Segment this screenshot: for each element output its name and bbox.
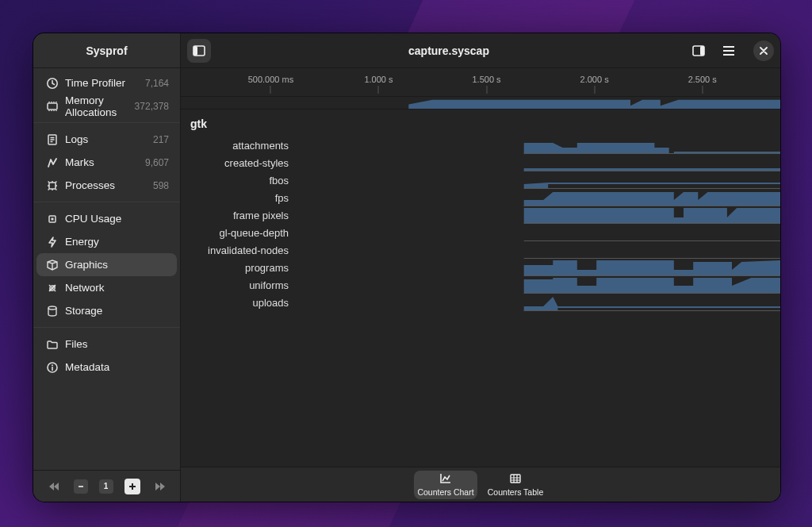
ruler-tick-mark [486,86,487,94]
memory-icon [44,100,60,113]
sidebar-item-label: Time Profiler [65,77,145,89]
counter-label: gl-queue-depth [181,227,297,239]
sidebar-item-cpu-usage[interactable]: CPU Usage [36,207,177,230]
counter-graph [297,189,780,206]
counter-row[interactable]: frame pixels [181,206,780,224]
sidebar-item-marks[interactable]: Marks9,607 [36,151,177,174]
sidebar-item-label: Memory Allocations [65,94,135,118]
svg-rect-14 [700,46,704,56]
sidebar-item-count: 7,164 [145,78,169,89]
counter-row[interactable]: uploads [181,294,780,311]
sidebar-item-memory-allocations[interactable]: Memory Allocations372,378 [36,94,177,117]
sidebar-item-energy[interactable]: Energy [36,230,177,253]
ruler-tick-label: 2.500 s [688,75,717,84]
sidebar-item-count: 9,607 [145,157,169,168]
view-counters-chart[interactable]: Counters Chart [414,471,477,499]
headerbar: capture.syscap [181,33,780,68]
sidebar-nav: Time Profiler7,164Memory Allocations372,… [33,68,180,470]
sidebar-item-files[interactable]: Files [36,333,177,356]
view-label: Counters Chart [417,487,473,497]
counter-graph [297,206,780,224]
sidebar-item-network[interactable]: Network [36,276,177,299]
sidebar-item-label: Graphics [65,259,169,271]
ruler-tick-label: 500.000 ms [248,75,293,84]
svg-rect-3 [49,183,56,189]
graphics-icon [44,259,60,271]
sidebar-item-label: Files [65,338,169,350]
svg-point-6 [48,306,56,310]
clock-icon [44,77,60,90]
counter-label: fbos [181,175,297,187]
svg-rect-28 [511,475,520,483]
secondary-panel-button[interactable] [687,39,710,63]
counter-graph [297,154,780,171]
sidebar-toolbar: 1 [33,470,180,502]
logs-icon [44,133,60,146]
counter-row[interactable]: programs [181,259,780,276]
counter-label: uploads [181,297,297,309]
counter-row[interactable]: attachments [181,137,780,154]
zoom-in-button[interactable] [124,479,140,494]
counter-graph [297,276,780,294]
sidebar-item-storage[interactable]: Storage [36,299,177,322]
network-icon [44,282,60,294]
ruler-tick-label: 1.000 s [364,75,393,84]
sidebar-item-label: Metadata [65,361,169,373]
chart-icon [439,472,452,487]
counter-graph [297,294,780,311]
zoom-out-button[interactable] [74,479,88,494]
view-switcher: Counters ChartCounters Table [181,467,780,502]
counter-label: frame pixels [181,210,297,221]
svg-rect-10 [79,486,83,487]
seek-back-fast-button[interactable] [47,479,63,494]
sidebar-item-logs[interactable]: Logs217 [36,128,177,151]
sidebar-item-count: 372,378 [135,101,169,112]
counter-label: uniforms [181,279,297,291]
seek-forward-fast-button[interactable] [151,479,167,494]
app-window: Sysprof Time Profiler7,164Memory Allocat… [33,33,780,502]
counter-graph [297,224,780,241]
sidebar-item-graphics[interactable]: Graphics [36,253,177,276]
overview-graph[interactable] [181,97,780,110]
svg-point-8 [52,364,53,366]
ruler-tick-mark [702,86,703,94]
svg-rect-9 [52,367,53,371]
sidebar-item-label: Processes [65,179,153,191]
ruler-tick-mark [270,86,271,94]
svg-rect-5 [52,217,54,220]
view-counters-table[interactable]: Counters Table [484,471,547,499]
sidebar-item-processes[interactable]: Processes598 [36,174,177,197]
counter-row[interactable]: uniforms [181,276,780,294]
ruler-tick-mark [594,86,595,94]
sidebar-item-label: Marks [65,156,145,168]
sidebar-item-label: Network [65,282,169,294]
sidebar-item-label: Energy [65,236,169,248]
document-title: capture.syscap [211,44,687,57]
sidebar-item-time-profiler[interactable]: Time Profiler7,164 [36,71,177,94]
sidebar-item-metadata[interactable]: Metadata [36,356,177,379]
counter-graph [297,241,780,259]
counter-graph [297,259,780,276]
counter-row[interactable]: gl-queue-depth [181,224,780,241]
counters-chart-area[interactable]: gtk attachmentscreated-stylesfbosfpsfram… [181,110,780,467]
timeline-ruler[interactable]: 500.000 ms1.000 s1.500 s2.000 s2.500 s [181,68,780,97]
close-button[interactable] [753,40,774,61]
counter-row[interactable]: invalidated-nodes [181,241,780,259]
counter-label: programs [181,262,297,274]
files-icon [44,338,60,351]
zoom-reset-button[interactable]: 1 [99,479,113,494]
toggle-sidebar-button[interactable] [187,39,211,63]
counter-row[interactable]: fps [181,189,780,206]
menu-button[interactable] [717,39,741,63]
meta-icon [44,361,60,374]
svg-rect-15 [723,46,734,48]
sidebar-item-label: Storage [65,305,169,317]
svg-rect-12 [193,46,197,56]
counter-row[interactable]: created-styles [181,154,780,171]
counter-group-header: gtk [181,110,780,137]
ruler-tick-mark [378,86,379,94]
counter-row[interactable]: fbos [181,171,780,189]
storage-icon [44,305,60,317]
counter-label: invalidated-nodes [181,244,297,256]
proc-icon [44,179,60,192]
